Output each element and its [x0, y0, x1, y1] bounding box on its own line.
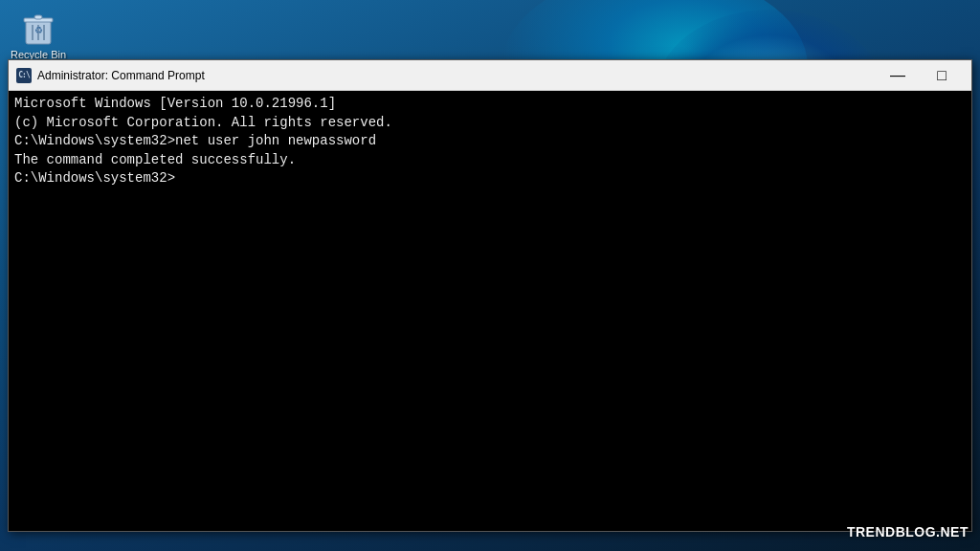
svg-rect-5 — [34, 15, 42, 19]
minimize-icon: — — [890, 67, 905, 84]
cmd-app-icon: C:\ — [16, 68, 32, 83]
maximize-icon: □ — [937, 67, 947, 84]
terminal-line: Microsoft Windows [Version 10.0.21996.1] — [14, 95, 966, 114]
svg-text:♻: ♻ — [34, 25, 43, 35]
cmd-window: C:\ Administrator: Command Prompt — □ Mi… — [8, 59, 972, 532]
desktop: ♻ Recycle Bin C:\ Administrator: Command… — [0, 0, 980, 551]
terminal-line: The command completed successfully. — [14, 151, 966, 170]
cmd-titlebar: C:\ Administrator: Command Prompt — □ — [9, 60, 971, 91]
recycle-bin-image: ♻ — [21, 8, 56, 46]
cmd-maximize-button[interactable]: □ — [920, 60, 964, 91]
watermark-text: TRENDBLOG.NET — [847, 524, 969, 540]
cmd-minimize-button[interactable]: — — [876, 60, 920, 91]
recycle-bin-icon[interactable]: ♻ Recycle Bin — [10, 8, 67, 60]
terminal-line: (c) Microsoft Corporation. All rights re… — [14, 114, 966, 133]
cmd-icon-text: C:\ — [18, 71, 29, 79]
cmd-title-text: Administrator: Command Prompt — [37, 69, 876, 82]
terminal-line: C:\Windows\system32>net user john newpas… — [14, 132, 966, 151]
terminal-line: C:\Windows\system32> — [14, 169, 966, 188]
cmd-terminal-body[interactable]: Microsoft Windows [Version 10.0.21996.1]… — [9, 91, 971, 531]
cmd-window-controls: — □ — [876, 60, 964, 91]
